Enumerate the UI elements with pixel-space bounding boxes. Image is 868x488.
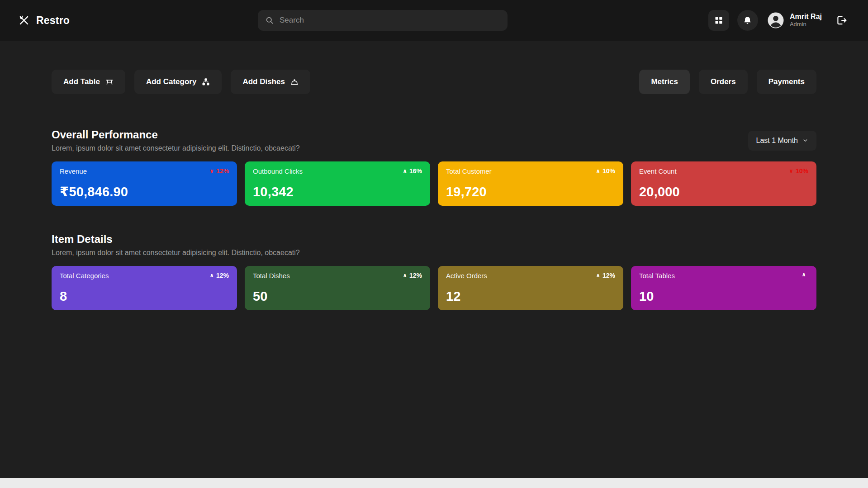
main-content: Add Table Add Category: [0, 70, 868, 310]
metric-label: Revenue: [60, 167, 87, 175]
trend-arrow-icon: ∧: [596, 273, 600, 278]
bell-icon: [743, 16, 752, 25]
search-bar[interactable]: [258, 10, 508, 31]
logout-icon: [835, 14, 847, 26]
brand[interactable]: Restro: [18, 14, 70, 27]
trend-percent: 16%: [409, 167, 422, 175]
metric-trend: ∧ 12%: [403, 272, 422, 279]
trend-arrow-icon: ∧: [596, 168, 600, 174]
trend-percent: 12%: [216, 272, 229, 279]
table-icon: [105, 78, 114, 86]
trend-arrow-icon: ∧: [209, 273, 214, 278]
metric-trend: ∨ 10%: [789, 167, 808, 175]
category-icon: [202, 78, 210, 86]
metric-card-total-customer: Total Customer ∧ 10% 19,720: [438, 161, 623, 206]
avatar-icon: [766, 11, 785, 30]
toolbar: Add Table Add Category: [52, 70, 816, 94]
section-subtitle: Lorem, ipsum dolor sit amet consectetur …: [52, 144, 300, 152]
metric-label: Total Categories: [60, 272, 109, 280]
dish-icon: [290, 78, 299, 86]
page-bottom-strip: [0, 478, 868, 488]
trend-arrow-icon: ∧: [403, 168, 407, 174]
user-meta: Amrit Raj Admin: [790, 13, 822, 28]
trend-percent: 10%: [796, 167, 808, 175]
grid-icon: [714, 16, 723, 25]
trend-percent: 12%: [216, 167, 229, 175]
metric-label: Active Orders: [446, 272, 487, 280]
app-header: Restro: [0, 0, 868, 41]
section-subtitle: Lorem, ipsum dolor sit amet consectetur …: [52, 249, 300, 257]
metric-label: Total Tables: [639, 272, 675, 280]
search-input[interactable]: [280, 16, 500, 25]
trend-percent: 12%: [409, 272, 422, 279]
metric-value: 12: [446, 289, 615, 304]
metric-value: 50: [253, 289, 422, 304]
metric-card-total-categories: Total Categories ∧ 12% 8: [52, 266, 237, 310]
add-table-label: Add Table: [63, 77, 100, 86]
metric-label: Outbound Clicks: [253, 167, 303, 175]
restaurant-logo-icon: [18, 14, 30, 26]
brand-name: Restro: [36, 14, 70, 27]
metric-card-event-count: Event Count ∨ 10% 20,000: [631, 161, 816, 206]
trend-arrow-icon: ∧: [802, 272, 806, 277]
metric-trend: ∧ 16%: [403, 167, 422, 175]
performance-cards: Revenue ∨ 12% ₹50,846.90 Outbound Clicks…: [52, 161, 816, 206]
metric-trend: ∧ 12%: [209, 272, 229, 279]
metric-trend: ∧ 10%: [596, 167, 615, 175]
section-header-text: Item Details Lorem, ipsum dolor sit amet…: [52, 233, 300, 257]
metric-value: 19,720: [446, 185, 615, 199]
section-header: Item Details Lorem, ipsum dolor sit amet…: [52, 233, 816, 257]
metric-value: ₹50,846.90: [60, 184, 229, 199]
metric-label: Total Customer: [446, 167, 492, 175]
metric-card-header: Active Orders ∧ 12%: [446, 272, 615, 280]
metric-value: 8: [60, 289, 229, 304]
item-cards: Total Categories ∧ 12% 8 Total Dishes ∧ …: [52, 266, 816, 310]
user-profile[interactable]: Amrit Raj Admin: [766, 11, 822, 30]
tab-orders[interactable]: Orders: [699, 70, 748, 94]
metric-card-revenue: Revenue ∨ 12% ₹50,846.90: [52, 161, 237, 206]
section-header: Overall Performance Lorem, ipsum dolor s…: [52, 128, 816, 152]
metric-card-header: Event Count ∨ 10%: [639, 167, 808, 175]
metric-trend: ∧ 12%: [596, 272, 615, 279]
metric-card-header: Total Categories ∧ 12%: [60, 272, 229, 280]
trend-percent: 12%: [602, 272, 615, 279]
metric-card-header: Total Dishes ∧ 12%: [253, 272, 422, 280]
add-actions: Add Table Add Category: [52, 70, 310, 94]
view-tabs: Metrics Orders Payments: [639, 70, 816, 94]
section-title: Item Details: [52, 233, 300, 246]
trend-arrow-icon: ∨: [209, 168, 214, 174]
metric-value: 10: [639, 289, 808, 304]
metric-card-active-orders: Active Orders ∧ 12% 12: [438, 266, 623, 310]
search-icon: [265, 16, 274, 25]
tab-metrics[interactable]: Metrics: [639, 70, 690, 94]
metric-card-header: Revenue ∨ 12%: [60, 167, 229, 175]
metric-trend: ∨ 12%: [209, 167, 229, 175]
item-details-section: Item Details Lorem, ipsum dolor sit amet…: [52, 233, 816, 310]
tab-payments[interactable]: Payments: [757, 70, 816, 94]
notifications-button[interactable]: [737, 10, 758, 31]
add-dishes-button[interactable]: Add Dishes: [231, 70, 310, 94]
chevron-down-icon: [802, 137, 808, 143]
add-table-button[interactable]: Add Table: [52, 70, 125, 94]
metric-card-header: Total Customer ∧ 10%: [446, 167, 615, 175]
metric-trend: ∧: [802, 272, 808, 277]
metric-card-header: Total Tables ∧: [639, 272, 808, 280]
time-range-dropdown[interactable]: Last 1 Month: [748, 131, 817, 151]
trend-arrow-icon: ∨: [789, 168, 793, 174]
metric-card-outbound-clicks: Outbound Clicks ∧ 16% 10,342: [245, 161, 430, 206]
metric-value: 20,000: [639, 185, 808, 199]
metric-label: Event Count: [639, 167, 677, 175]
metric-card-total-dishes: Total Dishes ∧ 12% 50: [245, 266, 430, 310]
time-range-label: Last 1 Month: [756, 137, 798, 145]
add-category-button[interactable]: Add Category: [134, 70, 222, 94]
logout-button[interactable]: [833, 12, 850, 29]
dashboard-grid-button[interactable]: [708, 10, 729, 31]
user-name: Amrit Raj: [790, 13, 822, 21]
trend-percent: 10%: [602, 167, 615, 175]
user-role: Admin: [790, 21, 822, 28]
metric-card-header: Outbound Clicks ∧ 16%: [253, 167, 422, 175]
section-header-text: Overall Performance Lorem, ipsum dolor s…: [52, 128, 300, 152]
metric-value: 10,342: [253, 185, 422, 199]
overall-performance-section: Overall Performance Lorem, ipsum dolor s…: [52, 128, 816, 206]
trend-arrow-icon: ∧: [403, 273, 407, 278]
